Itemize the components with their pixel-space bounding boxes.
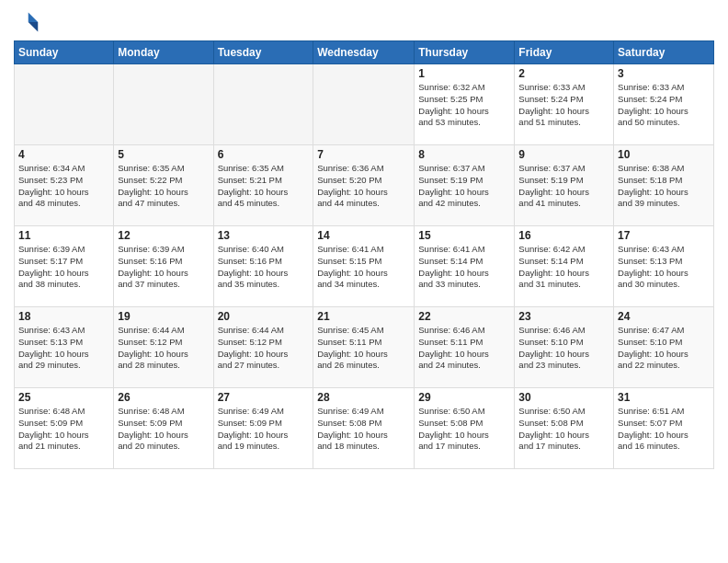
- day-number: 31: [618, 391, 710, 404]
- calendar-cell: 31Sunrise: 6:51 AM Sunset: 5:07 PM Dayli…: [614, 388, 714, 469]
- logo-icon: [14, 9, 40, 35]
- weekday-header-tuesday: Tuesday: [213, 41, 313, 64]
- week-row-5: 25Sunrise: 6:48 AM Sunset: 5:09 PM Dayli…: [15, 388, 714, 469]
- weekday-header-friday: Friday: [515, 41, 614, 64]
- day-number: 18: [18, 310, 109, 323]
- calendar-cell: 21Sunrise: 6:45 AM Sunset: 5:11 PM Dayli…: [313, 307, 415, 388]
- day-info: Sunrise: 6:36 AM Sunset: 5:20 PM Dayligh…: [317, 163, 410, 210]
- day-info: Sunrise: 6:51 AM Sunset: 5:07 PM Dayligh…: [618, 406, 710, 453]
- day-info: Sunrise: 6:43 AM Sunset: 5:13 PM Dayligh…: [618, 244, 710, 291]
- day-info: Sunrise: 6:39 AM Sunset: 5:16 PM Dayligh…: [118, 244, 209, 291]
- day-info: Sunrise: 6:33 AM Sunset: 5:24 PM Dayligh…: [518, 82, 609, 129]
- day-info: Sunrise: 6:41 AM Sunset: 5:14 PM Dayligh…: [418, 244, 510, 291]
- day-info: Sunrise: 6:46 AM Sunset: 5:10 PM Dayligh…: [518, 325, 609, 372]
- day-info: Sunrise: 6:48 AM Sunset: 5:09 PM Dayligh…: [118, 406, 209, 453]
- day-number: 14: [317, 229, 410, 242]
- day-info: Sunrise: 6:35 AM Sunset: 5:21 PM Dayligh…: [218, 163, 310, 210]
- day-number: 2: [518, 67, 609, 80]
- calendar-cell: 15Sunrise: 6:41 AM Sunset: 5:14 PM Dayli…: [415, 226, 515, 307]
- day-info: Sunrise: 6:42 AM Sunset: 5:14 PM Dayligh…: [518, 244, 609, 291]
- calendar-cell: [213, 64, 313, 145]
- calendar-cell: 20Sunrise: 6:44 AM Sunset: 5:12 PM Dayli…: [213, 307, 313, 388]
- calendar-table: SundayMondayTuesdayWednesdayThursdayFrid…: [14, 40, 714, 469]
- week-row-4: 18Sunrise: 6:43 AM Sunset: 5:13 PM Dayli…: [15, 307, 714, 388]
- calendar-cell: 27Sunrise: 6:49 AM Sunset: 5:09 PM Dayli…: [213, 388, 313, 469]
- calendar-cell: 16Sunrise: 6:42 AM Sunset: 5:14 PM Dayli…: [515, 226, 614, 307]
- day-number: 28: [317, 391, 410, 404]
- day-number: 19: [118, 310, 209, 323]
- day-info: Sunrise: 6:44 AM Sunset: 5:12 PM Dayligh…: [218, 325, 310, 372]
- day-number: 29: [418, 391, 510, 404]
- day-number: 17: [618, 229, 710, 242]
- day-info: Sunrise: 6:38 AM Sunset: 5:18 PM Dayligh…: [618, 163, 710, 210]
- day-info: Sunrise: 6:45 AM Sunset: 5:11 PM Dayligh…: [317, 325, 410, 372]
- day-number: 23: [518, 310, 609, 323]
- day-info: Sunrise: 6:34 AM Sunset: 5:23 PM Dayligh…: [18, 163, 109, 210]
- day-number: 13: [218, 229, 310, 242]
- day-number: 12: [118, 229, 209, 242]
- day-number: 9: [518, 148, 609, 161]
- day-info: Sunrise: 6:33 AM Sunset: 5:24 PM Dayligh…: [618, 82, 710, 129]
- calendar-cell: 30Sunrise: 6:50 AM Sunset: 5:08 PM Dayli…: [515, 388, 614, 469]
- calendar-cell: 10Sunrise: 6:38 AM Sunset: 5:18 PM Dayli…: [614, 145, 714, 226]
- svg-marker-0: [28, 13, 39, 23]
- calendar-cell: 13Sunrise: 6:40 AM Sunset: 5:16 PM Dayli…: [213, 226, 313, 307]
- calendar-cell: 22Sunrise: 6:46 AM Sunset: 5:11 PM Dayli…: [415, 307, 515, 388]
- day-number: 5: [118, 148, 209, 161]
- day-number: 8: [418, 148, 510, 161]
- calendar-cell: 11Sunrise: 6:39 AM Sunset: 5:17 PM Dayli…: [15, 226, 114, 307]
- calendar-cell: 25Sunrise: 6:48 AM Sunset: 5:09 PM Dayli…: [15, 388, 114, 469]
- calendar-cell: 6Sunrise: 6:35 AM Sunset: 5:21 PM Daylig…: [213, 145, 313, 226]
- calendar-cell: 4Sunrise: 6:34 AM Sunset: 5:23 PM Daylig…: [15, 145, 114, 226]
- calendar-cell: [114, 64, 213, 145]
- day-info: Sunrise: 6:47 AM Sunset: 5:10 PM Dayligh…: [618, 325, 710, 372]
- day-info: Sunrise: 6:49 AM Sunset: 5:08 PM Dayligh…: [317, 406, 410, 453]
- day-number: 1: [418, 67, 510, 80]
- day-number: 16: [518, 229, 609, 242]
- calendar-cell: 9Sunrise: 6:37 AM Sunset: 5:19 PM Daylig…: [515, 145, 614, 226]
- day-number: 26: [118, 391, 209, 404]
- calendar-cell: 26Sunrise: 6:48 AM Sunset: 5:09 PM Dayli…: [114, 388, 213, 469]
- day-info: Sunrise: 6:41 AM Sunset: 5:15 PM Dayligh…: [317, 244, 410, 291]
- logo: [14, 9, 43, 35]
- day-info: Sunrise: 6:37 AM Sunset: 5:19 PM Dayligh…: [418, 163, 510, 210]
- day-number: 11: [18, 229, 109, 242]
- calendar-cell: 24Sunrise: 6:47 AM Sunset: 5:10 PM Dayli…: [614, 307, 714, 388]
- day-number: 20: [218, 310, 310, 323]
- page: SundayMondayTuesdayWednesdayThursdayFrid…: [0, 0, 728, 563]
- day-info: Sunrise: 6:40 AM Sunset: 5:16 PM Dayligh…: [218, 244, 310, 291]
- day-info: Sunrise: 6:32 AM Sunset: 5:25 PM Dayligh…: [418, 82, 510, 129]
- svg-marker-1: [28, 22, 39, 32]
- day-info: Sunrise: 6:46 AM Sunset: 5:11 PM Dayligh…: [418, 325, 510, 372]
- day-number: 4: [18, 148, 109, 161]
- day-info: Sunrise: 6:43 AM Sunset: 5:13 PM Dayligh…: [18, 325, 109, 372]
- calendar-cell: [15, 64, 114, 145]
- week-row-3: 11Sunrise: 6:39 AM Sunset: 5:17 PM Dayli…: [15, 226, 714, 307]
- weekday-header-saturday: Saturday: [614, 41, 714, 64]
- calendar-cell: [313, 64, 415, 145]
- day-info: Sunrise: 6:39 AM Sunset: 5:17 PM Dayligh…: [18, 244, 109, 291]
- day-number: 21: [317, 310, 410, 323]
- weekday-header-monday: Monday: [114, 41, 213, 64]
- calendar-cell: 17Sunrise: 6:43 AM Sunset: 5:13 PM Dayli…: [614, 226, 714, 307]
- calendar-cell: 8Sunrise: 6:37 AM Sunset: 5:19 PM Daylig…: [415, 145, 515, 226]
- day-info: Sunrise: 6:44 AM Sunset: 5:12 PM Dayligh…: [118, 325, 209, 372]
- day-number: 24: [618, 310, 710, 323]
- day-number: 15: [418, 229, 510, 242]
- calendar-cell: 23Sunrise: 6:46 AM Sunset: 5:10 PM Dayli…: [515, 307, 614, 388]
- day-number: 25: [18, 391, 109, 404]
- weekday-header-sunday: Sunday: [15, 41, 114, 64]
- week-row-1: 1Sunrise: 6:32 AM Sunset: 5:25 PM Daylig…: [15, 64, 714, 145]
- day-number: 10: [618, 148, 710, 161]
- day-info: Sunrise: 6:37 AM Sunset: 5:19 PM Dayligh…: [518, 163, 609, 210]
- weekday-header-row: SundayMondayTuesdayWednesdayThursdayFrid…: [15, 41, 714, 64]
- calendar-cell: 28Sunrise: 6:49 AM Sunset: 5:08 PM Dayli…: [313, 388, 415, 469]
- calendar-cell: 14Sunrise: 6:41 AM Sunset: 5:15 PM Dayli…: [313, 226, 415, 307]
- weekday-header-thursday: Thursday: [415, 41, 515, 64]
- day-info: Sunrise: 6:50 AM Sunset: 5:08 PM Dayligh…: [418, 406, 510, 453]
- day-number: 30: [518, 391, 609, 404]
- day-info: Sunrise: 6:48 AM Sunset: 5:09 PM Dayligh…: [18, 406, 109, 453]
- day-number: 22: [418, 310, 510, 323]
- calendar-cell: 19Sunrise: 6:44 AM Sunset: 5:12 PM Dayli…: [114, 307, 213, 388]
- calendar-cell: 7Sunrise: 6:36 AM Sunset: 5:20 PM Daylig…: [313, 145, 415, 226]
